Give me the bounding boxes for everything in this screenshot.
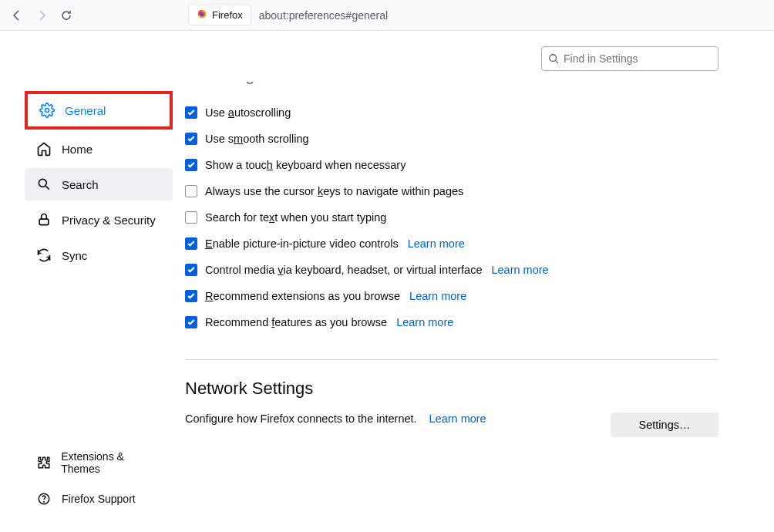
sidebar-item-privacy[interactable]: Privacy & Security bbox=[25, 204, 173, 236]
checkbox-label[interactable]: Enable picture-in-picture video controls bbox=[205, 237, 399, 250]
checkbox-label[interactable]: Use autoscrolling bbox=[205, 106, 291, 119]
network-description: Configure how Firefox connects to the in… bbox=[185, 412, 417, 425]
checkbox[interactable] bbox=[185, 159, 197, 171]
find-in-settings[interactable] bbox=[541, 46, 718, 71]
help-icon bbox=[35, 490, 52, 507]
checkbox-label[interactable]: Recommend extensions as you browse bbox=[205, 290, 400, 302]
sidebar-item-sync[interactable]: Sync bbox=[25, 239, 173, 271]
search-icon bbox=[548, 53, 559, 64]
checkbox-row: Recommend features as you browseLearn mo… bbox=[185, 316, 718, 328]
checkbox-row: Enable picture-in-picture video controls… bbox=[185, 237, 718, 250]
sidebar-item-general[interactable]: General bbox=[28, 94, 170, 126]
checkbox[interactable] bbox=[185, 316, 197, 328]
learn-more-link[interactable]: Learn more bbox=[491, 264, 548, 276]
sidebar-item-label: General bbox=[65, 104, 106, 117]
section-separator bbox=[185, 359, 718, 360]
sidebar-item-label: Extensions & Themes bbox=[61, 450, 162, 475]
checkbox-row: Search for text when you start typing bbox=[185, 211, 718, 224]
section-title-network: Network Settings bbox=[185, 379, 718, 399]
network-learn-more[interactable]: Learn more bbox=[429, 412, 486, 425]
firefox-icon bbox=[197, 8, 207, 22]
puzzle-icon bbox=[35, 454, 52, 471]
reload-button[interactable] bbox=[56, 5, 77, 26]
checkbox-label[interactable]: Always use the cursor keys to navigate w… bbox=[205, 185, 463, 197]
sidebar-item-label: Sync bbox=[62, 249, 87, 262]
sidebar-extensions[interactable]: Extensions & Themes bbox=[25, 444, 173, 481]
checkbox-row: Use autoscrolling bbox=[185, 106, 718, 119]
checkbox-label[interactable]: Recommend features as you browse bbox=[205, 316, 387, 328]
back-button[interactable] bbox=[6, 5, 28, 26]
checkbox-row: Use smooth scrolling bbox=[185, 133, 718, 145]
sidebar-item-label: Firefox Support bbox=[62, 493, 136, 505]
sidebar-item-label: Home bbox=[62, 143, 93, 156]
checkbox[interactable] bbox=[185, 290, 197, 302]
main-content: Browsing Use autoscrollingUse smooth scr… bbox=[185, 31, 774, 532]
svg-point-3 bbox=[39, 179, 46, 187]
learn-more-link[interactable]: Learn more bbox=[408, 237, 465, 250]
checkbox[interactable] bbox=[185, 133, 197, 145]
learn-more-link[interactable]: Learn more bbox=[396, 316, 453, 328]
svg-point-2 bbox=[45, 109, 49, 113]
lock-icon bbox=[35, 211, 52, 228]
sidebar-item-label: Search bbox=[62, 178, 99, 191]
sidebar-item-search[interactable]: Search bbox=[25, 168, 173, 200]
browser-toolbar: Firefox about:preferences#general bbox=[0, 0, 774, 31]
sidebar-item-home[interactable]: Home bbox=[25, 133, 173, 165]
network-settings-button[interactable]: Settings… bbox=[611, 412, 718, 437]
checkbox-label[interactable]: Show a touch keyboard when necessary bbox=[205, 159, 406, 171]
forward-button[interactable] bbox=[31, 5, 52, 26]
section-title-browsing: Browsing bbox=[185, 82, 718, 96]
svg-point-1 bbox=[200, 12, 204, 16]
checkbox[interactable] bbox=[185, 211, 197, 224]
checkbox-row: Show a touch keyboard when necessary bbox=[185, 159, 718, 171]
checkbox[interactable] bbox=[185, 237, 197, 250]
checkbox[interactable] bbox=[185, 185, 197, 197]
checkbox-row: Recommend extensions as you browseLearn … bbox=[185, 290, 718, 302]
sync-icon bbox=[35, 247, 52, 264]
svg-rect-4 bbox=[39, 219, 49, 225]
highlight-general: General bbox=[25, 91, 173, 130]
checkbox-label[interactable]: Search for text when you start typing bbox=[205, 211, 386, 224]
sidebar-support[interactable]: Firefox Support bbox=[25, 484, 173, 513]
checkbox[interactable] bbox=[185, 264, 197, 276]
svg-point-6 bbox=[44, 501, 45, 502]
search-icon bbox=[35, 176, 52, 193]
checkbox[interactable] bbox=[185, 106, 197, 119]
identity-label: Firefox bbox=[212, 9, 243, 21]
home-icon bbox=[35, 140, 52, 157]
find-input[interactable] bbox=[564, 52, 712, 65]
checkbox-row: Control media via keyboard, headset, or … bbox=[185, 264, 718, 276]
checkbox-label[interactable]: Control media via keyboard, headset, or … bbox=[205, 264, 482, 276]
url-text[interactable]: about:preferences#general bbox=[259, 9, 388, 22]
checkbox-label[interactable]: Use smooth scrolling bbox=[205, 133, 309, 145]
identity-chip[interactable]: Firefox bbox=[188, 5, 251, 25]
svg-point-7 bbox=[550, 55, 557, 62]
learn-more-link[interactable]: Learn more bbox=[409, 290, 466, 302]
sidebar: General Home Search Privacy & Security bbox=[0, 31, 185, 532]
checkbox-row: Always use the cursor keys to navigate w… bbox=[185, 185, 718, 197]
gear-icon bbox=[39, 102, 56, 119]
sidebar-item-label: Privacy & Security bbox=[62, 214, 156, 227]
